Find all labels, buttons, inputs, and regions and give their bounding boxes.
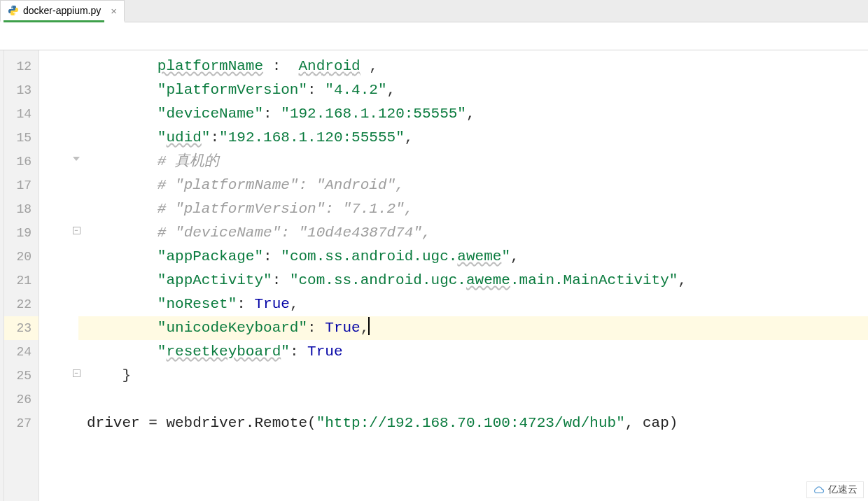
line-number: 25 bbox=[4, 364, 38, 388]
code-line: "noReset": True, bbox=[78, 292, 868, 316]
svg-point-0 bbox=[11, 6, 13, 8]
tab-filename: docker-appium.py bbox=[23, 5, 101, 16]
code-line: driver = webdriver.Remote("http://192.16… bbox=[78, 411, 868, 435]
line-number: 26 bbox=[4, 388, 38, 411]
line-number: 23 bbox=[4, 316, 38, 340]
text-cursor bbox=[368, 317, 370, 335]
code-line: "appPackage": "com.ss.android.ugc.aweme"… bbox=[78, 245, 868, 269]
code-line: # 真机的 bbox=[78, 150, 868, 174]
line-number: 18 bbox=[4, 197, 38, 221]
line-number: 19 bbox=[4, 221, 38, 245]
line-number: 13 bbox=[4, 78, 38, 102]
svg-point-1 bbox=[14, 13, 15, 15]
line-number: 14 bbox=[4, 102, 38, 126]
python-file-icon bbox=[8, 5, 19, 16]
line-number: 21 bbox=[4, 269, 38, 292]
code-line bbox=[78, 388, 868, 411]
tab-bar: docker-appium.py × bbox=[0, 0, 868, 22]
line-number: 20 bbox=[4, 245, 38, 269]
watermark-badge: 亿速云 bbox=[806, 481, 864, 498]
code-line: } bbox=[78, 364, 868, 388]
line-number: 15 bbox=[4, 126, 38, 150]
code-content[interactable]: platformName : Android , "platformVersio… bbox=[78, 50, 868, 501]
line-number-gutter: 12131415161718192021222324252627 bbox=[4, 50, 39, 501]
code-line: "platformVersion": "4.4.2", bbox=[78, 78, 868, 102]
code-line: # "deviceName": "10d4e4387d74", bbox=[78, 221, 868, 245]
code-line: platformName : Android , bbox=[78, 55, 868, 78]
fold-gutter: − − bbox=[39, 50, 78, 501]
file-tab[interactable]: docker-appium.py × bbox=[0, 0, 125, 22]
line-number: 17 bbox=[4, 174, 38, 197]
code-line: "udid":"192.168.1.120:55555", bbox=[78, 126, 868, 150]
line-number: 16 bbox=[4, 150, 38, 174]
code-line: # "platformVersion": "7.1.2", bbox=[78, 197, 868, 221]
cloud-icon bbox=[811, 485, 825, 495]
tab-active-indicator bbox=[4, 20, 104, 22]
line-number: 22 bbox=[4, 292, 38, 316]
line-number: 12 bbox=[4, 55, 38, 78]
code-line: # "platformName": "Android", bbox=[78, 174, 868, 197]
code-line: "resetkeyboard": True bbox=[78, 340, 868, 364]
line-number: 24 bbox=[4, 340, 38, 364]
code-editor[interactable]: 12131415161718192021222324252627 − − pla… bbox=[0, 50, 868, 501]
code-line: "deviceName": "192.168.1.120:55555", bbox=[78, 102, 868, 126]
line-number: 27 bbox=[4, 411, 38, 435]
code-line-current: "unicodeKeyboard": True, bbox=[78, 316, 868, 340]
watermark-text: 亿速云 bbox=[828, 484, 858, 496]
close-tab-icon[interactable]: × bbox=[111, 5, 117, 17]
code-line: "appActivity": "com.ss.android.ugc.aweme… bbox=[78, 269, 868, 292]
breadcrumb-bar bbox=[0, 22, 868, 50]
